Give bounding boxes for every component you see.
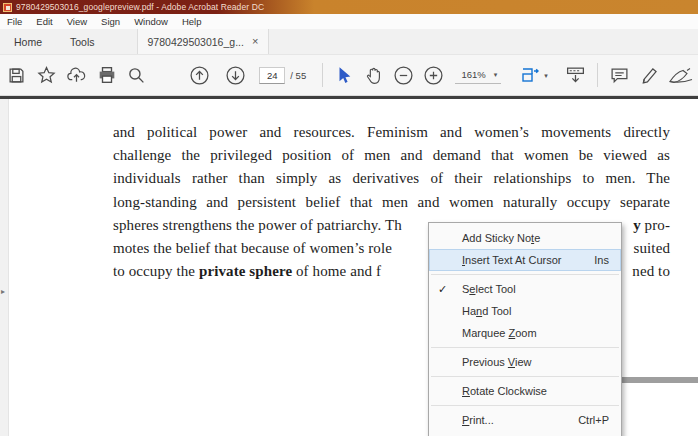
- pencil-icon: [640, 66, 659, 85]
- tab-document-label: 9780429503016_g...: [148, 36, 244, 48]
- fill-sign-button[interactable]: [634, 60, 664, 90]
- acrobat-reader-window: 9780429503016_googlepreview.pdf - Adobe …: [0, 0, 698, 436]
- zoom-level-select[interactable]: 161% ▾: [455, 67, 501, 84]
- zoom-in-button[interactable]: [419, 60, 449, 90]
- menu-item-label: Add Sticky Note: [462, 232, 540, 244]
- print-button[interactable]: [92, 60, 122, 90]
- menu-item-rotate-clockwise[interactable]: Rotate Clockwise: [429, 380, 621, 402]
- printer-icon: [98, 66, 116, 84]
- menu-item-previous-view[interactable]: Previous View: [429, 351, 621, 373]
- next-page-button[interactable]: [221, 60, 251, 90]
- comment-button[interactable]: [604, 60, 634, 90]
- menu-separator: [431, 376, 619, 377]
- menu-separator: [431, 347, 619, 348]
- menu-item-shortcut: Ins: [594, 254, 609, 266]
- expand-nav-pane-icon[interactable]: ▸: [1, 287, 5, 296]
- text-line: individuals rather than simply as deriva…: [113, 167, 670, 190]
- menu-view[interactable]: View: [60, 16, 94, 27]
- menu-item-insert-text-at-cursor[interactable]: Insert Text At CursorIns: [429, 249, 621, 271]
- menu-item-label: Select Tool: [462, 283, 516, 295]
- menu-separator: [431, 274, 619, 275]
- sign-pen-button[interactable]: [664, 60, 698, 90]
- previous-page-button[interactable]: [185, 60, 215, 90]
- menu-item-select-tool[interactable]: ✓Select Tool: [429, 278, 621, 300]
- toolbar-divider: [597, 63, 598, 87]
- menu-file[interactable]: File: [0, 16, 29, 27]
- zoom-in-icon: [423, 65, 444, 86]
- hand-tool-button[interactable]: [359, 60, 389, 90]
- main-toolbar: 24 / 55 161% ▾ ▾: [0, 55, 698, 96]
- menu-item-add-sticky-note[interactable]: Add Sticky Note: [429, 227, 621, 249]
- menu-item-label: Insert Text At Cursor: [462, 254, 561, 266]
- caret-down-icon: ▾: [494, 71, 498, 78]
- menu-item-label: Print...: [462, 414, 494, 426]
- save-icon: [8, 67, 25, 84]
- hand-icon: [364, 66, 383, 85]
- caret-down-icon: ▾: [544, 72, 548, 79]
- cloud-upload-icon: [67, 66, 86, 85]
- scrolling-view-icon: [565, 65, 586, 86]
- navigation-pane-strip: ▸: [0, 99, 9, 436]
- page-down-icon: [225, 65, 246, 86]
- save-button[interactable]: [2, 60, 32, 90]
- text-line: challenge the privileged position of men…: [113, 144, 670, 167]
- fit-width-button[interactable]: ▾: [515, 60, 553, 90]
- selection-tool-button[interactable]: [329, 60, 359, 90]
- page-scrolling-button[interactable]: [560, 60, 590, 90]
- text-fragment: ned to: [632, 260, 670, 283]
- page-total-label: / 55: [290, 70, 306, 81]
- text-line: long-standing and persistent belief that…: [113, 191, 670, 214]
- search-icon: [127, 66, 146, 85]
- fountain-pen-icon: [668, 66, 694, 85]
- title-bar: 9780429503016_googlepreview.pdf - Adobe …: [0, 0, 698, 14]
- page-number-input[interactable]: 24: [259, 67, 285, 84]
- tab-home[interactable]: Home: [0, 29, 56, 54]
- search-button[interactable]: [122, 60, 152, 90]
- tab-bar: Home Tools 9780429503016_g... ×: [0, 29, 698, 55]
- close-tab-icon[interactable]: ×: [252, 36, 258, 47]
- menu-sign[interactable]: Sign: [94, 16, 127, 27]
- menu-item-hand-tool[interactable]: Hand Tool: [429, 300, 621, 322]
- window-title: 9780429503016_googlepreview.pdf - Adobe …: [16, 2, 264, 12]
- fit-width-icon: [520, 65, 540, 85]
- document-pane: ▸ and political power and resources. Fem…: [0, 99, 698, 436]
- menu-item-marquee-zoom[interactable]: Marquee Zoom: [429, 322, 621, 344]
- menu-item-label: Rotate Clockwise: [462, 385, 547, 397]
- menu-help[interactable]: Help: [175, 16, 209, 27]
- menu-item-label: Previous View: [462, 356, 532, 368]
- comment-bubble-icon: [610, 66, 629, 85]
- tab-document[interactable]: 9780429503016_g... ×: [137, 29, 270, 54]
- menu-item-label: Marquee Zoom: [462, 327, 537, 339]
- menu-edit[interactable]: Edit: [29, 16, 59, 27]
- text-fragment: suited: [634, 237, 670, 260]
- text-line: and political power and resources. Femin…: [113, 121, 670, 144]
- zoom-level-value: 161%: [461, 69, 485, 80]
- zoom-out-button[interactable]: [389, 60, 419, 90]
- toolbar-divider: [322, 63, 323, 87]
- page-up-icon: [189, 65, 210, 86]
- text-fragment: to occupy the private sphere of home and…: [113, 260, 381, 283]
- acrobat-app-icon: [3, 3, 12, 12]
- menu-separator: [431, 405, 619, 406]
- menu-window[interactable]: Window: [127, 16, 175, 27]
- text-fragment: y pro-: [633, 214, 670, 237]
- menu-item-find[interactable]: Find: [429, 431, 621, 436]
- menu-item-label: Hand Tool: [462, 305, 511, 317]
- star-button[interactable]: [32, 60, 62, 90]
- check-icon: ✓: [438, 283, 447, 296]
- zoom-out-icon: [393, 65, 414, 86]
- pointer-arrow-icon: [335, 66, 353, 84]
- star-icon: [37, 66, 56, 85]
- menu-bar: File Edit View Sign Window Help: [0, 14, 698, 29]
- share-document-button[interactable]: [62, 60, 92, 90]
- menu-item-print[interactable]: Print...Ctrl+P: [429, 409, 621, 431]
- text-fragment: spheres strengthens the power of patriar…: [113, 214, 402, 237]
- context-menu: Add Sticky NoteInsert Text At CursorIns✓…: [428, 222, 622, 436]
- text-fragment: motes the belief that because of women’s…: [113, 237, 392, 260]
- tab-tools[interactable]: Tools: [56, 29, 109, 54]
- menu-item-shortcut: Ctrl+P: [578, 414, 609, 426]
